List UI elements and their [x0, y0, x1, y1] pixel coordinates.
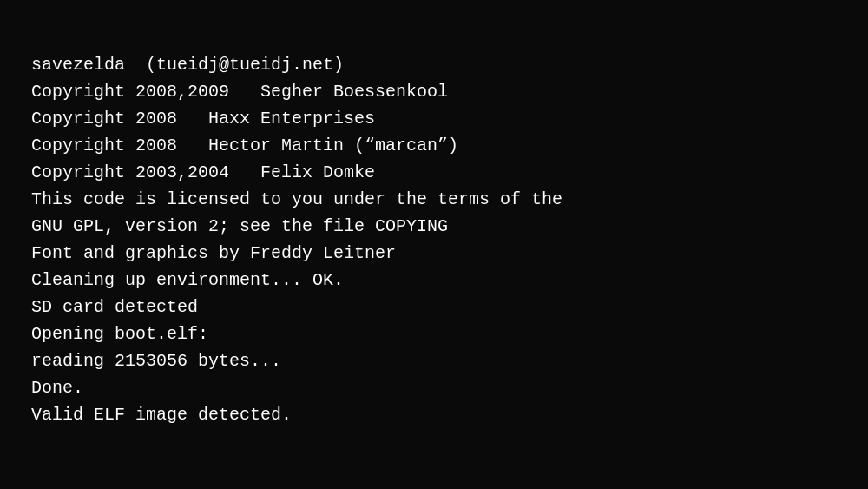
terminal-line-status3: Opening boot.elf: [31, 320, 837, 347]
terminal-line-status4: reading 2153056 bytes... [31, 347, 837, 374]
terminal-line-copyright2: Copyright 2008 Haxx Enterprises [31, 105, 837, 132]
terminal-line-license2: GNU GPL, version 2; see the file COPYING [31, 213, 837, 240]
terminal-line-title: savezelda (tueidj@tueidj.net) [31, 51, 837, 78]
terminal-line-status5: Done. [31, 374, 837, 401]
terminal-line-copyright1: Copyright 2008,2009 Segher Boessenkool [31, 78, 837, 105]
terminal-line-font: Font and graphics by Freddy Leitner [31, 240, 837, 267]
terminal-line-status2: SD card detected [31, 294, 837, 320]
terminal-line-status1: Cleaning up environment... OK. [31, 267, 837, 294]
terminal-line-copyright3: Copyright 2008 Hector Martin (“marcan”) [31, 132, 837, 159]
terminal-window: savezelda (tueidj@tueidj.net)Copyright 2… [0, 0, 868, 489]
terminal-line-copyright4: Copyright 2003,2004 Felix Domke [31, 159, 837, 186]
terminal-line-license1: This code is licensed to you under the t… [31, 186, 837, 213]
terminal-line-status6: Valid ELF image detected. [31, 401, 837, 428]
